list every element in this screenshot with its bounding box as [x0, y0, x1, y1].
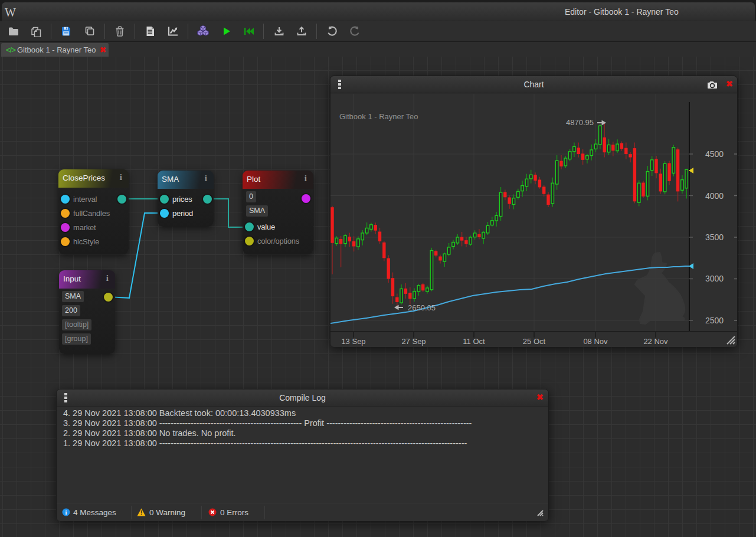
svg-text:11 Oct: 11 Oct: [463, 337, 485, 346]
svg-text:27 Sep: 27 Sep: [401, 337, 426, 346]
svg-text:i: i: [66, 509, 67, 516]
svg-text:3500: 3500: [705, 233, 724, 242]
svg-text:3000: 3000: [705, 274, 724, 283]
svg-text:13 Sep: 13 Sep: [341, 337, 365, 346]
svg-text:4000: 4000: [705, 191, 724, 201]
svg-text:!: !: [140, 510, 142, 516]
svg-text:4500: 4500: [705, 149, 724, 159]
svg-text:2650.05: 2650.05: [408, 303, 436, 312]
svg-text:2500: 2500: [705, 316, 724, 325]
svg-text:25 Oct: 25 Oct: [523, 337, 546, 346]
svg-text:4870.95: 4870.95: [566, 118, 594, 127]
svg-text:22 Nov: 22 Nov: [643, 337, 668, 346]
svg-text:08 Nov: 08 Nov: [583, 337, 608, 346]
